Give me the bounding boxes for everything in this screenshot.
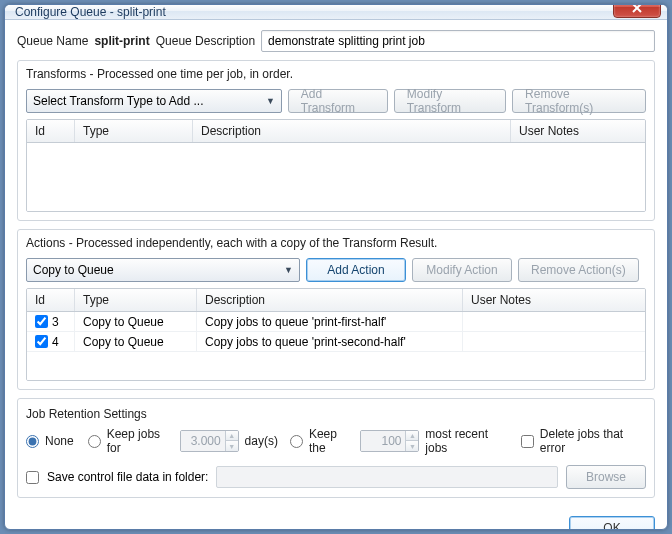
- actions-title: Actions - Processed independently, each …: [26, 236, 646, 250]
- retention-title: Job Retention Settings: [26, 407, 646, 421]
- transforms-table: Id Type Description User Notes: [26, 119, 646, 212]
- th-desc[interactable]: Description: [193, 120, 511, 142]
- actions-tbody: 3Copy to QueueCopy jobs to queue 'print-…: [27, 312, 645, 380]
- close-icon: [631, 4, 643, 13]
- add-action-button[interactable]: Add Action: [306, 258, 406, 282]
- actions-group: Actions - Processed independently, each …: [17, 229, 655, 390]
- retention-recent-suffix: most recent jobs: [425, 427, 508, 455]
- spin-down-icon[interactable]: ▼: [225, 441, 238, 451]
- transforms-group: Transforms - Processed one time per job,…: [17, 60, 655, 221]
- titlebar: Configure Queue - split-print: [5, 5, 667, 20]
- th-notes[interactable]: User Notes: [463, 289, 645, 311]
- retention-keepthe-label: Keep the: [309, 427, 355, 455]
- th-type[interactable]: Type: [75, 120, 193, 142]
- actions-thead: Id Type Description User Notes: [27, 289, 645, 312]
- save-control-row: Save control file data in folder: Browse: [26, 465, 646, 489]
- action-type-select[interactable]: Copy to Queue ▼: [26, 258, 300, 282]
- dialog-window: Configure Queue - split-print Queue Name…: [4, 4, 668, 530]
- queue-desc-label: Queue Description: [156, 34, 255, 48]
- chevron-down-icon: ▼: [266, 96, 275, 106]
- transforms-thead: Id Type Description User Notes: [27, 120, 645, 143]
- transforms-tbody: [27, 143, 645, 211]
- actions-table: Id Type Description User Notes 3Copy to …: [26, 288, 646, 381]
- modify-action-button[interactable]: Modify Action: [412, 258, 512, 282]
- retention-options: None Keep jobs for ▲▼ day(s) Keep the ▲▼…: [26, 427, 646, 455]
- row-type: Copy to Queue: [75, 332, 197, 351]
- row-desc: Copy jobs to queue 'print-second-half': [197, 332, 463, 351]
- remove-transform-button[interactable]: Remove Transform(s): [512, 89, 646, 113]
- queue-name-row: Queue Name split-print Queue Description: [17, 30, 655, 52]
- action-select-value: Copy to Queue: [33, 263, 114, 277]
- row-type: Copy to Queue: [75, 312, 197, 331]
- retention-none-radio[interactable]: [26, 435, 39, 448]
- save-control-path-input[interactable]: [216, 466, 558, 488]
- table-row[interactable]: 3Copy to QueueCopy jobs to queue 'print-…: [27, 312, 645, 332]
- row-checkbox[interactable]: [35, 335, 48, 348]
- transforms-title: Transforms - Processed one time per job,…: [26, 67, 646, 81]
- queue-desc-input[interactable]: [261, 30, 655, 52]
- row-notes: [463, 312, 645, 331]
- window-title: Configure Queue - split-print: [15, 5, 613, 19]
- chevron-down-icon: ▼: [284, 265, 293, 275]
- retention-keepthe-radio[interactable]: [290, 435, 303, 448]
- retention-none-label: None: [45, 434, 74, 448]
- delete-error-label: Delete jobs that error: [540, 427, 646, 455]
- retention-days-spinner[interactable]: ▲▼: [180, 430, 239, 452]
- retention-group: Job Retention Settings None Keep jobs fo…: [17, 398, 655, 498]
- row-desc: Copy jobs to queue 'print-first-half': [197, 312, 463, 331]
- transform-type-select[interactable]: Select Transform Type to Add ... ▼: [26, 89, 282, 113]
- row-checkbox[interactable]: [35, 315, 48, 328]
- queue-name-value: split-print: [94, 34, 149, 48]
- spin-up-icon[interactable]: ▲: [225, 431, 238, 441]
- retention-keepfor-radio[interactable]: [88, 435, 101, 448]
- dialog-content: Queue Name split-print Queue Description…: [5, 20, 667, 530]
- spin-down-icon[interactable]: ▼: [405, 441, 418, 451]
- row-notes: [463, 332, 645, 351]
- remove-action-button[interactable]: Remove Action(s): [518, 258, 639, 282]
- table-row[interactable]: 4Copy to QueueCopy jobs to queue 'print-…: [27, 332, 645, 352]
- row-id: 3: [52, 315, 59, 329]
- transforms-toolbar: Select Transform Type to Add ... ▼ Add T…: [26, 89, 646, 113]
- add-transform-button[interactable]: Add Transform: [288, 89, 388, 113]
- delete-error-checkbox[interactable]: [521, 435, 534, 448]
- transform-select-value: Select Transform Type to Add ...: [33, 94, 204, 108]
- retention-count-spinner[interactable]: ▲▼: [360, 430, 419, 452]
- modify-transform-button[interactable]: Modify Transform: [394, 89, 506, 113]
- retention-days-input[interactable]: [181, 431, 225, 451]
- close-button[interactable]: [613, 4, 661, 18]
- th-id[interactable]: Id: [27, 289, 75, 311]
- retention-count-input[interactable]: [361, 431, 405, 451]
- browse-button[interactable]: Browse: [566, 465, 646, 489]
- actions-toolbar: Copy to Queue ▼ Add Action Modify Action…: [26, 258, 646, 282]
- th-id[interactable]: Id: [27, 120, 75, 142]
- row-id: 4: [52, 335, 59, 349]
- retention-keepfor-label: Keep jobs for: [107, 427, 174, 455]
- queue-name-label: Queue Name: [17, 34, 88, 48]
- th-desc[interactable]: Description: [197, 289, 463, 311]
- save-control-label: Save control file data in folder:: [47, 470, 208, 484]
- th-type[interactable]: Type: [75, 289, 197, 311]
- th-notes[interactable]: User Notes: [511, 120, 645, 142]
- spin-up-icon[interactable]: ▲: [405, 431, 418, 441]
- save-control-checkbox[interactable]: [26, 471, 39, 484]
- dialog-footer: OK: [17, 506, 655, 530]
- retention-days-suffix: day(s): [245, 434, 278, 448]
- ok-button[interactable]: OK: [569, 516, 655, 530]
